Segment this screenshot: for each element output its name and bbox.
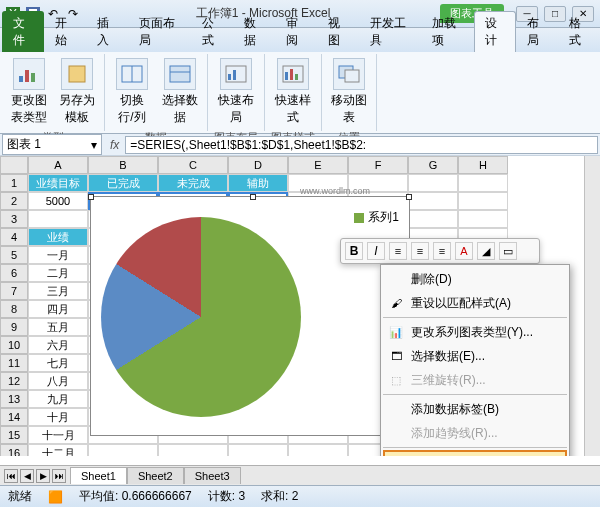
tab-developer[interactable]: 开发工具 <box>359 11 421 52</box>
bold-button[interactable]: B <box>345 242 363 260</box>
row-header[interactable]: 3 <box>0 210 28 228</box>
select-all-corner[interactable] <box>0 156 28 174</box>
resize-handle[interactable] <box>406 194 412 200</box>
cell[interactable] <box>228 444 288 456</box>
cell[interactable] <box>408 210 458 228</box>
tab-layout2[interactable]: 布局 <box>516 11 558 52</box>
cell[interactable] <box>28 210 88 228</box>
row-header[interactable]: 14 <box>0 408 28 426</box>
cell[interactable]: 业绩 <box>28 228 88 246</box>
cell[interactable] <box>458 210 508 228</box>
cell[interactable]: 九月 <box>28 390 88 408</box>
tab-formula[interactable]: 公式 <box>191 11 233 52</box>
ctx-change-chart-type[interactable]: 📊更改系列图表类型(Y)... <box>383 320 567 344</box>
sheet-tab[interactable]: Sheet1 <box>70 467 127 484</box>
cell[interactable]: 二月 <box>28 264 88 282</box>
cell[interactable]: 六月 <box>28 336 88 354</box>
border-button[interactable]: ▭ <box>499 242 517 260</box>
row-header[interactable]: 2 <box>0 192 28 210</box>
ctx-select-data[interactable]: 🗔选择数据(E)... <box>383 344 567 368</box>
chart-object[interactable]: 系列1 <box>90 196 410 436</box>
cell[interactable] <box>288 444 348 456</box>
cell[interactable] <box>408 174 458 192</box>
tab-home[interactable]: 开始 <box>44 11 86 52</box>
font-color-button[interactable]: A <box>455 242 473 260</box>
col-header[interactable]: D <box>228 156 288 174</box>
sheet-nav-first[interactable]: ⏮ <box>4 469 18 483</box>
vertical-scrollbar[interactable] <box>584 156 600 456</box>
tab-design[interactable]: 设计 <box>474 11 516 52</box>
cell[interactable]: 五月 <box>28 318 88 336</box>
fill-button[interactable]: ◢ <box>477 242 495 260</box>
italic-button[interactable]: I <box>367 242 385 260</box>
formula-bar[interactable]: =SERIES(,Sheet1!$B$1:$D$1,Sheet1!$B$2: <box>125 136 598 154</box>
row-header[interactable]: 12 <box>0 372 28 390</box>
tab-page-layout[interactable]: 页面布局 <box>128 11 190 52</box>
cell[interactable] <box>158 444 228 456</box>
row-header[interactable]: 10 <box>0 336 28 354</box>
cell[interactable]: 业绩目标 <box>28 174 88 192</box>
cell[interactable]: 四月 <box>28 300 88 318</box>
cell[interactable] <box>408 192 458 210</box>
cell[interactable]: 已完成 <box>88 174 158 192</box>
save-as-template-button[interactable]: 另存为模板 <box>56 56 98 128</box>
sheet-nav-next[interactable]: ▶ <box>36 469 50 483</box>
col-header[interactable]: B <box>88 156 158 174</box>
row-header[interactable]: 4 <box>0 228 28 246</box>
cell[interactable]: 七月 <box>28 354 88 372</box>
chart-legend[interactable]: 系列1 <box>354 209 399 226</box>
resize-handle[interactable] <box>250 194 256 200</box>
ctx-reset-style[interactable]: 🖌重设以匹配样式(A) <box>383 291 567 315</box>
tab-review[interactable]: 审阅 <box>275 11 317 52</box>
col-header[interactable]: E <box>288 156 348 174</box>
align-button[interactable]: ≡ <box>411 242 429 260</box>
tab-data[interactable]: 数据 <box>233 11 275 52</box>
switch-row-col-button[interactable]: 切换行/列 <box>111 56 153 128</box>
sheet-nav-last[interactable]: ⏭ <box>52 469 66 483</box>
row-header[interactable]: 5 <box>0 246 28 264</box>
row-header[interactable]: 15 <box>0 426 28 444</box>
row-header[interactable]: 9 <box>0 318 28 336</box>
select-data-button[interactable]: 选择数据 <box>159 56 201 128</box>
pie-chart[interactable] <box>101 217 301 417</box>
tab-format[interactable]: 格式 <box>558 11 600 52</box>
align-button[interactable]: ≡ <box>433 242 451 260</box>
tab-file[interactable]: 文件 <box>2 11 44 52</box>
cell[interactable] <box>88 444 158 456</box>
sheet-tab[interactable]: Sheet3 <box>184 467 241 484</box>
col-header[interactable]: C <box>158 156 228 174</box>
col-header[interactable]: H <box>458 156 508 174</box>
ctx-add-data-labels[interactable]: 添加数据标签(B) <box>383 397 567 421</box>
name-box[interactable]: 图表 1▾ <box>2 134 102 155</box>
cell[interactable]: 八月 <box>28 372 88 390</box>
align-button[interactable]: ≡ <box>389 242 407 260</box>
ctx-format-data-series[interactable]: 🖹设置数据系列格式(F)... <box>383 450 567 456</box>
cell[interactable] <box>458 174 508 192</box>
cell[interactable]: 一月 <box>28 246 88 264</box>
cell[interactable]: 十一月 <box>28 426 88 444</box>
chevron-down-icon[interactable]: ▾ <box>91 138 97 152</box>
row-header[interactable]: 16 <box>0 444 28 456</box>
move-chart-button[interactable]: 移动图表 <box>328 56 370 128</box>
quick-style-button[interactable]: 快速样式 <box>272 56 314 128</box>
fx-label[interactable]: fx <box>104 138 125 152</box>
row-header[interactable]: 11 <box>0 354 28 372</box>
row-header[interactable]: 1 <box>0 174 28 192</box>
cell[interactable]: 辅助 <box>228 174 288 192</box>
col-header[interactable]: F <box>348 156 408 174</box>
cell[interactable]: 5000 <box>28 192 88 210</box>
tab-addins[interactable]: 加载项 <box>421 11 473 52</box>
resize-handle[interactable] <box>88 194 94 200</box>
tab-insert[interactable]: 插入 <box>86 11 128 52</box>
sheet-nav-prev[interactable]: ◀ <box>20 469 34 483</box>
ctx-delete[interactable]: 删除(D) <box>383 267 567 291</box>
cell[interactable]: 十月 <box>28 408 88 426</box>
cell[interactable]: 十二月 <box>28 444 88 456</box>
tab-view[interactable]: 视图 <box>317 11 359 52</box>
cell[interactable]: 未完成 <box>158 174 228 192</box>
sheet-tab[interactable]: Sheet2 <box>127 467 184 484</box>
cell[interactable] <box>458 192 508 210</box>
col-header[interactable]: G <box>408 156 458 174</box>
row-header[interactable]: 6 <box>0 264 28 282</box>
row-header[interactable]: 8 <box>0 300 28 318</box>
